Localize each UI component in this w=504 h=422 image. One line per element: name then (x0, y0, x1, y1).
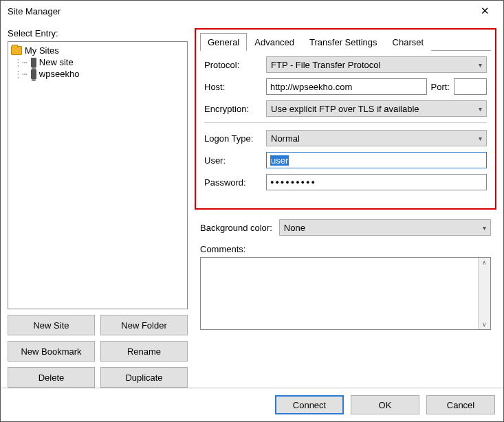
background-color-select[interactable]: None ▾ (279, 219, 491, 236)
logon-row: Logon Type: Normal ▾ (204, 130, 487, 146)
tab-general[interactable]: General (200, 33, 247, 51)
tree-item-label: wpseekho (39, 69, 80, 79)
port-label: Port: (431, 82, 450, 92)
tree-root-label: My Sites (25, 45, 59, 56)
site-manager-window: Site Manager ✕ Select Entry: My Sites ⋮⋯… (0, 0, 504, 422)
user-value-selected: user (270, 155, 289, 166)
highlighted-region: General Advanced Transfer Settings Chars… (195, 28, 496, 210)
scroll-up-icon[interactable]: ∧ (482, 258, 487, 267)
chevron-down-icon: ▾ (483, 224, 486, 232)
left-panel: Select Entry: My Sites ⋮⋯ New site ⋮⋯ (8, 28, 188, 388)
user-input[interactable]: user (266, 152, 487, 168)
host-port-wrap: Port: (266, 78, 487, 95)
password-mask: ●●●●●●●●● (270, 179, 316, 186)
tree-branch-icon: ⋮⋯ (14, 69, 27, 79)
password-row: Password: ●●●●●●●●● (204, 174, 487, 190)
chevron-down-icon: ▾ (479, 135, 482, 142)
background-color-value: None (284, 223, 305, 233)
dialog-body: Select Entry: My Sites ⋮⋯ New site ⋮⋯ (1, 21, 503, 388)
ok-button[interactable]: OK (351, 395, 419, 414)
port-input[interactable] (454, 78, 487, 95)
new-site-button[interactable]: New Site (8, 315, 95, 335)
password-label: Password: (204, 177, 262, 188)
scrollbar[interactable]: ∧ ∨ (478, 258, 490, 329)
encryption-row: Encryption: Use explicit FTP over TLS if… (204, 100, 487, 117)
right-panel: General Advanced Transfer Settings Chars… (195, 28, 496, 388)
site-tree[interactable]: My Sites ⋮⋯ New site ⋮⋯ wpseekho (8, 41, 188, 309)
comments-content[interactable] (201, 258, 478, 329)
general-form: Protocol: FTP - File Transfer Protocol ▾… (200, 51, 491, 190)
tab-charset[interactable]: Charset (385, 33, 432, 51)
encryption-select[interactable]: Use explicit FTP over TLS if available ▾ (266, 100, 487, 117)
tree-root-my-sites[interactable]: My Sites (10, 45, 186, 56)
host-input[interactable] (266, 78, 427, 95)
cancel-button[interactable]: Cancel (426, 395, 495, 414)
left-button-grid: New Site New Folder New Bookmark Rename … (8, 315, 188, 388)
chevron-down-icon: ▾ (479, 61, 482, 69)
encryption-value: Use explicit FTP over TLS if available (271, 104, 419, 114)
host-label: Host: (204, 82, 262, 92)
protocol-row: Protocol: FTP - File Transfer Protocol ▾ (204, 56, 487, 73)
tree-item-wpseekho[interactable]: ⋮⋯ wpseekho (12, 68, 186, 80)
host-row: Host: Port: (204, 78, 487, 95)
logon-type-select[interactable]: Normal ▾ (266, 130, 487, 146)
protocol-select[interactable]: FTP - File Transfer Protocol ▾ (266, 56, 487, 73)
logon-type-label: Logon Type: (204, 133, 262, 144)
close-icon[interactable]: ✕ (473, 5, 496, 17)
background-color-row: Background color: None ▾ (200, 219, 491, 236)
tree-children: ⋮⋯ New site ⋮⋯ wpseekho (10, 56, 186, 80)
rename-button[interactable]: Rename (100, 341, 188, 362)
below-panel: Background color: None ▾ Comments: ∧ ∨ (195, 210, 496, 330)
user-label: User: (204, 155, 262, 166)
new-folder-button[interactable]: New Folder (100, 315, 188, 335)
titlebar: Site Manager ✕ (1, 1, 503, 21)
user-row: User: user (204, 152, 487, 168)
tree-item-new-site[interactable]: ⋮⋯ New site (12, 56, 186, 68)
tab-advanced[interactable]: Advanced (247, 33, 302, 51)
new-bookmark-button[interactable]: New Bookmark (8, 341, 95, 362)
protocol-label: Protocol: (204, 60, 262, 70)
server-icon (31, 58, 36, 67)
logon-type-value: Normal (271, 133, 300, 144)
tree-item-label: New site (39, 57, 74, 67)
window-title: Site Manager (8, 6, 61, 16)
comments-textarea[interactable]: ∧ ∨ (200, 257, 491, 330)
comments-label: Comments: (200, 244, 491, 254)
server-icon (31, 69, 36, 79)
delete-button[interactable]: Delete (8, 367, 95, 388)
tree-branch-icon: ⋮⋯ (14, 57, 27, 67)
tab-transfer-settings[interactable]: Transfer Settings (302, 33, 385, 51)
dialog-footer: Connect OK Cancel (1, 388, 503, 421)
password-input[interactable]: ●●●●●●●●● (266, 174, 487, 190)
background-color-label: Background color: (200, 223, 272, 233)
encryption-label: Encryption: (204, 104, 262, 114)
duplicate-button[interactable]: Duplicate (100, 367, 188, 388)
scroll-down-icon[interactable]: ∨ (482, 320, 487, 329)
protocol-value: FTP - File Transfer Protocol (271, 60, 380, 70)
folder-icon (11, 46, 22, 55)
tab-bar: General Advanced Transfer Settings Chars… (200, 32, 491, 51)
separator (204, 122, 487, 123)
select-entry-label: Select Entry: (8, 28, 188, 38)
chevron-down-icon: ▾ (479, 105, 482, 113)
connect-button[interactable]: Connect (275, 395, 344, 414)
